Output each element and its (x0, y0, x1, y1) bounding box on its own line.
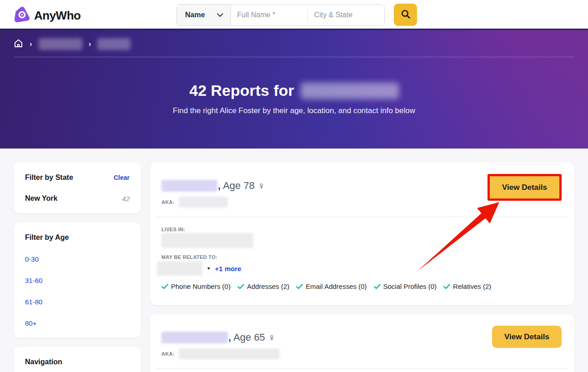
filter-by-age-title: Filter by Age (25, 233, 130, 242)
report-card-1: , Age 78 ♀ AKA: View Details LIVES IN: M… (150, 163, 574, 305)
filter-sidebar: Filter by State Clear New York 42 Filter… (14, 163, 141, 372)
name-comma: , (218, 180, 221, 192)
age-filter-61-80[interactable]: 61-80 (25, 298, 130, 306)
aka-name-blurred (179, 197, 228, 208)
top-header: AnyWho Name (0, 0, 588, 30)
navigation-card: Navigation (14, 347, 141, 372)
view-details-button[interactable]: View Details (492, 326, 562, 348)
filter-by-state-title: Filter by State (25, 174, 73, 182)
anywho-logo-text: AnyWho (34, 9, 80, 23)
clear-filter-link[interactable]: Clear (114, 174, 130, 181)
check-icon (161, 284, 168, 289)
aka-name-blurred (179, 348, 280, 359)
check-icon (443, 284, 450, 289)
hero-banner: › › 42 Reports for Find the right Alice … (0, 30, 588, 149)
search-subject-name-blurred (301, 83, 399, 99)
breadcrumb-separator: › (30, 40, 32, 49)
stat-social-profiles: Social Profiles (0) (374, 283, 437, 290)
bullet-separator: • (207, 264, 210, 273)
female-gender-icon: ♀ (268, 332, 276, 343)
aka-label: AKA: (161, 351, 175, 357)
results-list: , Age 78 ♀ AKA: View Details LIVES IN: M… (150, 163, 574, 372)
city-state-input[interactable] (308, 5, 384, 25)
stat-phone-numbers: Phone Numbers (0) (161, 283, 231, 290)
filter-by-state-card: Filter by State Clear New York 42 (14, 163, 141, 213)
more-relatives-link[interactable]: +1 more (215, 265, 241, 273)
report-card-2: , Age 65 ♀ AKA: View Details (150, 314, 574, 372)
view-details-highlight-box: View Details (487, 174, 562, 201)
search-type-label: Name (185, 11, 205, 19)
breadcrumb-separator: › (89, 40, 91, 49)
person-name-blurred[interactable] (161, 180, 217, 192)
check-icon (237, 284, 244, 289)
state-count: 42 (122, 195, 130, 203)
anywho-logo-icon (14, 6, 30, 25)
chevron-down-icon (217, 11, 223, 19)
card-divider (156, 217, 568, 217)
age-filter-80-plus[interactable]: 80+ (25, 319, 130, 327)
hero-divider (14, 57, 574, 57)
record-stats-row: Phone Numbers (0) Addresses (2) Email Ad… (161, 283, 562, 290)
stat-relatives: Relatives (2) (443, 283, 491, 290)
age-filter-31-60[interactable]: 31-60 (25, 277, 130, 284)
person-age: Age 78 (223, 180, 255, 192)
check-icon (296, 284, 303, 289)
female-gender-icon: ♀ (258, 180, 265, 191)
view-details-button[interactable]: View Details (490, 176, 559, 198)
search-icon (401, 9, 411, 20)
view-details-holder: View Details (492, 326, 562, 348)
page-title: 42 Reports for (189, 82, 294, 99)
search-button[interactable] (394, 4, 417, 26)
home-icon[interactable] (14, 39, 23, 50)
breadcrumb-item-blurred[interactable] (39, 38, 82, 50)
full-name-input[interactable] (231, 5, 307, 25)
age-filter-0-30[interactable]: 0-30 (25, 255, 130, 263)
breadcrumb-item-blurred[interactable] (97, 38, 131, 50)
filter-by-age-card: Filter by Age 0-30 31-60 61-80 80+ (14, 223, 141, 338)
state-name: New York (25, 194, 57, 203)
stat-email-addresses: Email Addresses (0) (296, 283, 367, 290)
navigation-title: Navigation (25, 358, 130, 366)
header-search-bar: Name (176, 4, 385, 26)
lives-in-blurred (161, 233, 253, 248)
check-icon (374, 284, 381, 289)
lives-in-label: LIVES IN: (161, 227, 562, 232)
breadcrumb: › › (0, 30, 588, 50)
person-age: Age 65 (233, 332, 265, 343)
related-to-label: MAY BE RELATED TO: (161, 254, 562, 260)
name-comma: , (228, 332, 231, 343)
relative-name-blurred (157, 261, 202, 276)
person-name-blurred[interactable] (161, 332, 228, 343)
search-type-select[interactable]: Name (177, 5, 231, 25)
anywho-logo[interactable]: AnyWho (14, 6, 80, 25)
stat-addresses: Addresses (2) (237, 283, 289, 290)
aka-label: AKA: (161, 199, 175, 205)
page-subtitle: Find the right Alice Foster by their age… (0, 106, 588, 115)
state-filter-row[interactable]: New York 42 (25, 194, 130, 203)
